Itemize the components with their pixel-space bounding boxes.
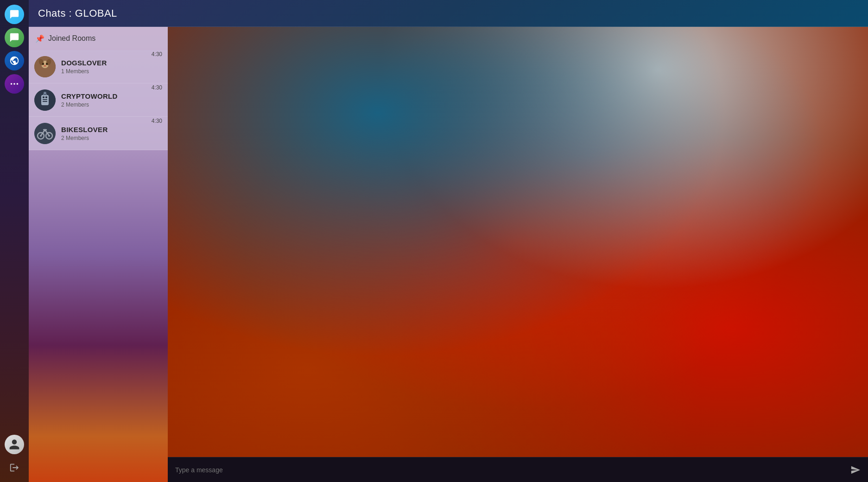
- svg-rect-13: [45, 96, 47, 98]
- room-avatar-bikeslover: [34, 123, 56, 144]
- nav-rail: [0, 0, 29, 482]
- joined-rooms-label: Joined Rooms: [48, 34, 95, 43]
- room-info-cryptoworld: CRYPTOWORLD 2 Members: [61, 92, 146, 108]
- nav-user-avatar[interactable]: [5, 435, 24, 454]
- room-item-cryptoworld[interactable]: CRYPTOWORLD 2 Members 4:30: [29, 83, 168, 117]
- room-info-bikeslover: BIKESLOVER 2 Members: [61, 126, 146, 141]
- header: Chats : GLOBAL: [29, 0, 868, 27]
- svg-point-8: [46, 63, 48, 65]
- room-time-bikeslover: 4:30: [152, 118, 162, 124]
- svg-point-17: [34, 123, 56, 144]
- svg-point-1: [13, 83, 15, 85]
- room-time-cryptoworld: 4:30: [152, 84, 162, 91]
- nav-icon-active-chat[interactable]: [5, 5, 24, 24]
- svg-point-2: [17, 83, 19, 85]
- sidebar-header: 📌 Joined Rooms: [29, 27, 168, 50]
- room-time-dogslover: 4:30: [152, 51, 162, 57]
- svg-point-7: [42, 63, 44, 65]
- main-area: Chats : GLOBAL 📌 Joined Rooms: [29, 0, 868, 482]
- content-area: 📌 Joined Rooms: [29, 27, 868, 482]
- room-item-bikeslover[interactable]: BIKESLOVER 2 Members 4:30: [29, 117, 168, 150]
- room-members-cryptoworld: 2 Members: [61, 101, 146, 108]
- chat-area: [168, 27, 868, 482]
- chat-input[interactable]: [175, 466, 846, 474]
- svg-point-0: [11, 83, 13, 85]
- nav-icon-green-chat[interactable]: [5, 28, 24, 47]
- room-info-dogslover: DOGSLOVER 1 Members: [61, 59, 146, 75]
- room-name-cryptoworld: CRYPTOWORLD: [61, 92, 146, 100]
- sidebar: 📌 Joined Rooms: [29, 27, 168, 482]
- nav-logout-button[interactable]: [5, 458, 24, 477]
- svg-rect-14: [43, 99, 47, 100]
- nav-icon-globe[interactable]: [5, 51, 24, 70]
- send-button[interactable]: [850, 465, 861, 475]
- svg-rect-12: [43, 96, 44, 98]
- chat-background: [168, 27, 868, 457]
- room-item-dogslover[interactable]: DOGSLOVER 1 Members 4:30: [29, 50, 168, 83]
- room-list: DOGSLOVER 1 Members 4:30: [29, 50, 168, 150]
- pin-icon: 📌: [35, 34, 44, 43]
- room-avatar-dogslover: [34, 56, 56, 77]
- room-avatar-cryptoworld: [34, 89, 56, 111]
- room-name-dogslover: DOGSLOVER: [61, 59, 146, 67]
- room-name-bikeslover: BIKESLOVER: [61, 126, 146, 133]
- chat-input-bar: [168, 457, 868, 482]
- svg-rect-15: [43, 101, 47, 102]
- room-members-dogslover: 1 Members: [61, 68, 146, 75]
- nav-icon-dots[interactable]: [5, 74, 24, 94]
- page-title: Chats : GLOBAL: [38, 7, 117, 19]
- room-members-bikeslover: 2 Members: [61, 135, 146, 141]
- svg-point-9: [44, 65, 46, 67]
